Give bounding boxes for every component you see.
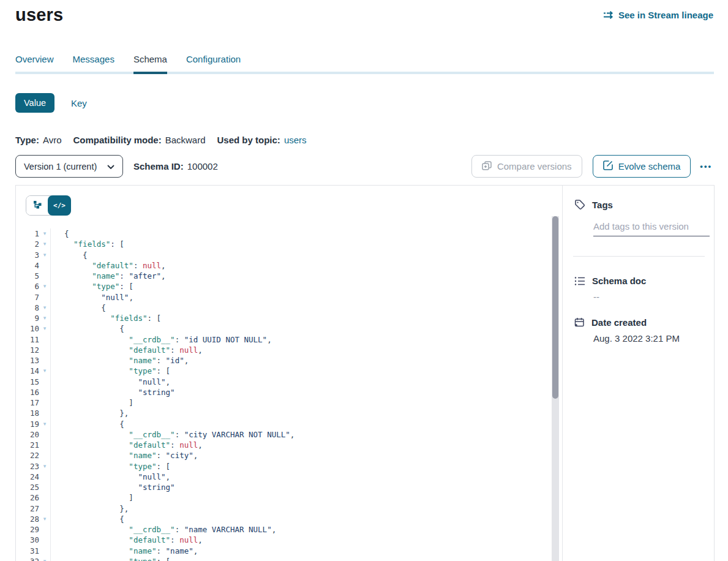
date-created-section: Date created Aug. 3 2022 3:21 PM [574,317,704,344]
fold-gutter-spacer [39,440,50,450]
fold-toggle-icon[interactable]: ▾ [39,239,50,249]
schema-code-editor[interactable]: </> 1▾{2▾ "fields": [3▾ {4 "default": nu… [16,186,562,561]
code-line: 8▾ { [16,303,562,313]
code-text: "null", [50,292,562,303]
stream-lineage-label: See in Stream lineage [618,10,713,20]
schema-doc-heading-label: Schema doc [592,276,646,286]
code-text: { [50,323,562,334]
line-number: 27 [16,503,39,514]
add-tags-input[interactable] [593,220,710,236]
fold-toggle-icon[interactable]: ▾ [39,281,50,292]
code-line: 26 ] [16,492,562,503]
version-select[interactable]: Version 1 (current) [15,155,123,178]
code-text: { [50,303,562,313]
code-text: { [50,228,562,239]
line-number: 15 [16,377,39,387]
line-number: 31 [16,546,39,556]
tree-view-button[interactable] [26,196,48,215]
fold-gutter-spacer [39,492,50,503]
line-number: 23 [16,461,39,472]
code-text: }, [50,503,562,514]
code-line: 6▾ "type": [ [16,281,562,292]
code-line: 23▾ "type": [ [16,461,562,472]
code-line: 2▾ "fields": [ [16,239,562,249]
fold-toggle-icon[interactable]: ▾ [39,419,50,429]
fold-toggle-icon[interactable]: ▾ [39,461,50,472]
code-line: 24 "null", [16,472,562,482]
schema-sidebar: Tags Schema doc [563,186,714,561]
code-text: "name": "city", [50,450,562,461]
page-title: users [15,5,63,25]
tags-heading-label: Tags [592,200,613,210]
line-number: 14 [16,366,39,376]
code-line: 19▾ { [16,419,562,429]
key-toggle-link[interactable]: Key [71,98,87,108]
fold-toggle-icon[interactable]: ▾ [39,556,50,561]
compatibility-value: Backward [165,135,206,145]
fold-toggle-icon[interactable]: ▾ [39,313,50,323]
code-line: 9▾ "fields": [ [16,313,562,323]
code-text: "__crdb__": "id UUID NOT NULL", [50,334,562,345]
version-bar: Version 1 (current) Schema ID: 100002 [15,155,713,178]
tree-view-icon [33,200,42,211]
line-number: 13 [16,355,39,366]
code-line: 32▾ "type": [ [16,556,562,561]
line-number: 2 [16,239,39,249]
see-in-stream-lineage-link[interactable]: See in Stream lineage [603,10,713,20]
edit-icon [603,160,613,172]
code-line: 1▾{ [16,228,562,239]
line-number: 3 [16,250,39,260]
fold-toggle-icon[interactable]: ▾ [39,303,50,313]
calendar-plus-icon [574,317,585,328]
tab-schema[interactable]: Schema [133,54,167,74]
compare-versions-button[interactable]: Compare versions [471,155,582,178]
code-line: 12 "default": null, [16,345,562,355]
more-actions-button[interactable]: ••• [699,159,713,173]
code-text: "type": [ [50,461,562,472]
fold-toggle-icon[interactable]: ▾ [39,323,50,334]
code-text: "string" [50,482,562,492]
code-line: 21 "default": null, [16,440,562,450]
schema-panel: </> 1▾{2▾ "fields": [3▾ {4 "default": nu… [15,185,715,561]
schema-id-group: Schema ID: 100002 [133,161,218,171]
line-number: 19 [16,419,39,429]
line-number: 10 [16,323,39,334]
tab-messages[interactable]: Messages [73,54,114,72]
fold-gutter-spacer [39,408,50,418]
value-toggle-button[interactable]: Value [15,93,54,113]
line-number: 24 [16,472,39,482]
tag-icon [574,199,585,210]
tab-configuration[interactable]: Configuration [186,54,241,72]
date-created-value: Aug. 3 2022 3:21 PM [593,333,704,344]
fold-toggle-icon[interactable]: ▾ [39,366,50,376]
fold-toggle-icon[interactable]: ▾ [39,250,50,260]
code-line: 17 ] [16,397,562,408]
schema-id-value: 100002 [187,161,218,171]
sidebar-divider [573,256,705,257]
fold-toggle-icon[interactable]: ▾ [39,514,50,524]
fold-gutter-spacer [39,387,50,397]
tab-overview[interactable]: Overview [15,54,54,72]
line-number: 9 [16,313,39,323]
code-line: 13 "name": "id", [16,355,562,366]
schema-page: users See in Stream lineage Overview Mes… [0,0,728,561]
topic-tabs: Overview Messages Schema Configuration [15,54,714,74]
schema-meta-row: Type: Avro Compatibility mode: Backward … [15,135,318,145]
evolve-schema-button[interactable]: Evolve schema [593,155,691,178]
compare-versions-icon [482,161,492,172]
code-line: 10▾ { [16,323,562,334]
code-view-button[interactable]: </> [48,195,71,216]
code-text: { [50,514,562,524]
fold-gutter-spacer [39,355,50,366]
code-text: "__crdb__": "name VARCHAR NULL", [50,524,562,535]
editor-scrollbar-thumb[interactable] [552,216,558,399]
code-line: 15 "null", [16,377,562,387]
code-text: "name": "after", [50,271,562,281]
fold-gutter-spacer [39,482,50,492]
topic-link[interactable]: users [284,135,307,145]
editor-scrollbar-track[interactable] [552,216,559,561]
code-text: { [50,419,562,429]
line-number: 22 [16,450,39,461]
code-line: 3▾ { [16,250,562,260]
fold-toggle-icon[interactable]: ▾ [39,228,50,239]
